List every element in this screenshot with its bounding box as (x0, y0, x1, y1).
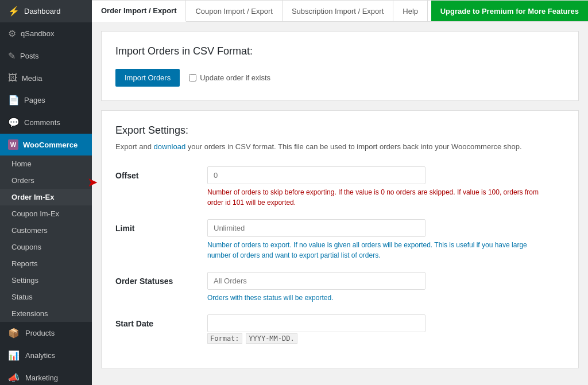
limit-help: Number of orders to export. If no value … (207, 240, 540, 260)
sidebar-item-analytics[interactable]: 📊 Analytics (0, 344, 92, 367)
import-section: Import Orders in CSV Format: Import Orde… (101, 31, 579, 101)
woocommerce-submenu: Home Orders Order Im-Ex Coupon Im-Ex Cus… (0, 155, 92, 322)
content-area: Import Orders in CSV Format: Import Orde… (92, 22, 588, 385)
sidebar-item-pages[interactable]: 📄 Pages (0, 89, 92, 111)
sidebar-item-products[interactable]: 📦 Products (0, 322, 92, 344)
marketing-icon: 📣 (8, 372, 20, 383)
sidebar-item-extensions[interactable]: Extensions (0, 305, 92, 322)
sidebar-item-customers[interactable]: Customers (0, 222, 92, 239)
pages-icon: 📄 (8, 95, 20, 106)
tab-coupon-import-export[interactable]: Coupon Import / Export (186, 1, 282, 21)
import-orders-button[interactable]: Import Orders (115, 69, 180, 87)
start-date-input[interactable] (207, 314, 425, 332)
limit-field-wrap: Number of orders to export. If no value … (207, 219, 564, 260)
start-date-label: Start Date (115, 314, 196, 328)
sidebar-item-media[interactable]: 🖼 Media (0, 67, 92, 89)
form-row-order-statuses: Order Statuses Orders with these status … (115, 272, 564, 303)
order-statuses-field-wrap: Orders with these status will be exporte… (207, 272, 564, 303)
update-order-checkbox-label[interactable]: Update order if exists (189, 73, 270, 82)
products-icon: 📦 (8, 328, 20, 339)
qsandbox-icon: ⚙ (8, 28, 16, 39)
offset-input[interactable] (207, 166, 425, 184)
woocommerce-icon: W (8, 139, 18, 150)
sidebar-item-home[interactable]: Home (0, 155, 92, 172)
sidebar-item-woocommerce[interactable]: W WooCommerce (0, 134, 92, 155)
tab-help[interactable]: Help (393, 1, 428, 21)
tab-order-import-export[interactable]: Order Import / Export (92, 1, 186, 22)
order-statuses-label: Order Statuses (115, 272, 196, 286)
sidebar-item-orders[interactable]: Orders (0, 172, 92, 189)
upgrade-button[interactable]: Upgrade to Premium for More Features (431, 1, 588, 21)
order-statuses-input[interactable] (207, 272, 425, 290)
sidebar-item-status[interactable]: Status (0, 289, 92, 305)
tab-subscription-import-export[interactable]: Subscription Import / Export (283, 1, 393, 21)
sidebar-item-coupon-im-ex[interactable]: Coupon Im-Ex (0, 205, 92, 222)
sidebar-item-marketing[interactable]: 📣 Marketing (0, 367, 92, 385)
sidebar-item-posts[interactable]: ✎ Posts (0, 45, 92, 67)
media-icon: 🖼 (8, 73, 17, 83)
order-statuses-help: Orders with these status will be exporte… (207, 293, 540, 303)
sidebar-item-order-im-ex[interactable]: Order Im-Ex (0, 189, 92, 205)
import-row: Import Orders Update order if exists (115, 69, 564, 87)
sidebar-item-coupons[interactable]: Coupons (0, 239, 92, 255)
form-row-offset: Offset Number of orders to skip before e… (115, 166, 564, 208)
start-date-field-wrap: Format: YYYY-MM-DD. (207, 314, 564, 343)
offset-label: Offset (115, 166, 196, 180)
offset-help: Number of orders to skip before exportin… (207, 187, 540, 208)
sidebar-item-settings[interactable]: Settings (0, 272, 92, 289)
dashboard-icon: ⚡ (8, 6, 20, 17)
offset-field-wrap: Number of orders to skip before exportin… (207, 166, 564, 208)
limit-input[interactable] (207, 219, 425, 237)
sidebar-item-dashboard[interactable]: ⚡ Dashboard (0, 0, 92, 22)
import-title: Import Orders in CSV Format: (115, 45, 564, 57)
sidebar: ⚡ Dashboard ⚙ qSandbox ✎ Posts 🖼 Media 📄… (0, 0, 92, 385)
analytics-icon: 📊 (8, 350, 20, 361)
comments-icon: 💬 (8, 117, 20, 128)
limit-label: Limit (115, 219, 196, 233)
export-description: Export and download your orders in CSV f… (115, 141, 564, 153)
format-value: YYYY-MM-DD. (246, 333, 297, 344)
sidebar-item-comments[interactable]: 💬 Comments (0, 111, 92, 134)
main-content: Order Import / Export Coupon Import / Ex… (92, 0, 588, 385)
form-row-limit: Limit Number of orders to export. If no … (115, 219, 564, 260)
export-download-link[interactable]: download (154, 142, 186, 151)
update-order-checkbox[interactable] (189, 74, 196, 81)
export-section: Export Settings: Export and download you… (101, 110, 579, 368)
sidebar-item-qsandbox[interactable]: ⚙ qSandbox (0, 22, 92, 45)
export-title: Export Settings: (115, 125, 564, 137)
posts-icon: ✎ (8, 50, 16, 61)
tabs-bar: Order Import / Export Coupon Import / Ex… (92, 0, 588, 22)
sidebar-item-reports[interactable]: Reports (0, 255, 92, 272)
start-date-format: Format: YYYY-MM-DD. (207, 335, 564, 343)
form-row-start-date: Start Date Format: YYYY-MM-DD. (115, 314, 564, 343)
